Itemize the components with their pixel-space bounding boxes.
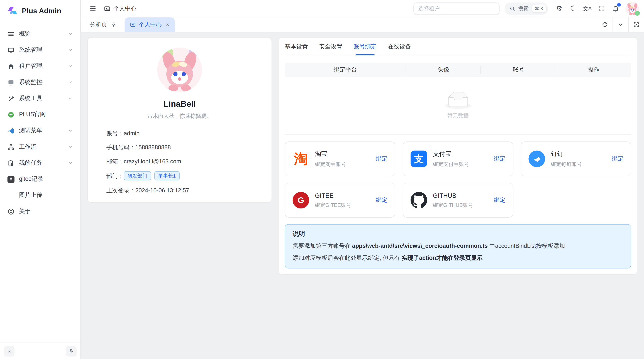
user-avatar[interactable] — [623, 2, 639, 15]
tab-label: 分析页 — [90, 21, 107, 28]
gear-icon: ⚙ — [556, 5, 562, 12]
app-name: Plus Admin — [22, 7, 61, 15]
sidebar-item-workflow[interactable]: 工作流 — [4, 139, 77, 154]
sidebar-item-label: 关于 — [19, 208, 30, 215]
profile-card: LinaBell 古木向人秋，惊蓬掠鬓稠。 账号： admin 手机号码： 15… — [87, 37, 272, 203]
tabbar: 分析页 个人中心 × — [81, 17, 644, 32]
id-card-icon — [104, 5, 110, 12]
sidebar-item-label: 我的任务 — [19, 159, 42, 167]
sidebar: Plus Admin 概览 系统管理 租户管理 — [0, 0, 81, 359]
sidebar-item-system-tools[interactable]: 系统工具 — [4, 91, 77, 106]
plus-admin-logo-icon — [6, 5, 18, 17]
global-search[interactable]: 搜索 ⌘ K — [504, 2, 548, 15]
sidebar-item-system-monitor[interactable]: 系统监控 — [4, 75, 77, 90]
pin-icon[interactable] — [111, 22, 116, 27]
search-icon — [509, 5, 515, 11]
plus-circle-icon — [8, 111, 14, 118]
field-value: 2024-10-06 13:12:57 — [136, 186, 189, 194]
field-label: 手机号码： — [106, 143, 136, 151]
provider-card-github: GITHUB 绑定GITHUB账号 绑定 — [403, 183, 513, 218]
chevron-down-icon — [68, 64, 73, 69]
column-header: 绑定平台 — [285, 66, 406, 74]
chevron-down-icon — [618, 21, 624, 28]
sidebar-item-system-management[interactable]: 系统管理 — [4, 42, 77, 57]
sidebar-item-gitee-record[interactable]: ¥ gitee记录 — [4, 172, 77, 186]
note-line-1: 需要添加第三方账号在 apps\web-antd\src\views\_core… — [293, 242, 624, 250]
chevron-down-icon — [68, 144, 73, 149]
sidebar-item-label: 图片上传 — [19, 191, 42, 199]
tab-security-settings[interactable]: 安全设置 — [319, 43, 342, 55]
breadcrumb[interactable]: 个人中心 — [104, 5, 137, 12]
provider-name: 淘宝 — [315, 150, 376, 158]
provider-meta: 支付宝 绑定支付宝账号 — [433, 150, 494, 168]
profile-avatar — [157, 47, 202, 92]
chevron-down-icon — [68, 31, 73, 36]
sitemap-icon — [8, 143, 14, 150]
display-icon — [8, 79, 14, 86]
chevron-down-icon — [68, 47, 73, 52]
refresh-button[interactable] — [597, 17, 612, 32]
sidebar-item-about[interactable]: 关于 — [4, 204, 77, 219]
notifications-button[interactable] — [609, 2, 622, 15]
bind-link[interactable]: 绑定 — [612, 155, 624, 163]
topbar: 个人中心 搜索 ⌘ K ⚙ ☾ 文A — [81, 0, 644, 17]
tab-basic-settings[interactable]: 基本设置 — [285, 43, 308, 55]
sidebar-toggle-button[interactable] — [86, 2, 99, 15]
fullscreen-icon — [598, 5, 605, 12]
empty-box-icon — [445, 92, 471, 109]
fullscreen-button[interactable] — [595, 2, 608, 15]
sidebar-item-label: gitee记录 — [19, 175, 43, 183]
bind-link[interactable]: 绑定 — [494, 196, 505, 204]
profile-account-row: 账号： admin — [106, 129, 253, 137]
tenant-select-input[interactable] — [413, 2, 499, 15]
maximize-button[interactable] — [628, 17, 644, 32]
settings-button[interactable]: ⚙ — [553, 2, 565, 15]
provider-meta: GITEE 绑定GITEE账号 — [315, 192, 376, 209]
sidebar-item-image-upload[interactable]: 图片上传 — [4, 188, 77, 203]
bind-link[interactable]: 绑定 — [376, 155, 388, 163]
tab-analysis[interactable]: 分析页 — [81, 17, 120, 32]
yen-glyph: ¥ — [8, 176, 14, 183]
collapse-icon: « — [8, 348, 11, 354]
bind-link[interactable]: 绑定 — [494, 155, 505, 163]
main-area: 个人中心 搜索 ⌘ K ⚙ ☾ 文A — [81, 0, 644, 359]
language-button[interactable]: 文A — [581, 2, 593, 15]
tab-personal-center[interactable]: 个人中心 × — [124, 17, 174, 32]
note-text: 添加对应模板后会在此处显示绑定, 但只有 — [293, 255, 402, 261]
alipay-logo-icon: 支 — [410, 151, 427, 167]
vscode-icon — [8, 127, 14, 134]
sidebar-item-label: 概览 — [19, 30, 30, 38]
app-logo: Plus Admin — [0, 0, 80, 21]
sidebar-item-my-tasks[interactable]: 我的任务 — [4, 156, 77, 170]
sidebar-item-test-menu[interactable]: 测试菜单 — [4, 123, 77, 138]
sidebar-item-tenant-management[interactable]: 租户管理 — [4, 59, 77, 74]
theme-toggle-button[interactable]: ☾ — [567, 2, 580, 15]
list-lines-icon — [8, 30, 14, 37]
profile-name: LinaBell — [106, 99, 253, 109]
note-title: 说明 — [293, 230, 624, 238]
provider-meta: 淘宝 绑定淘宝账号 — [315, 150, 376, 168]
provider-desc: 绑定支付宝账号 — [433, 161, 494, 168]
profile-details: 账号： admin 手机号码： 15888888888 邮箱： crazyLio… — [106, 129, 253, 195]
sidebar-item-overview[interactable]: 概览 — [4, 26, 77, 41]
tools-icon — [8, 95, 14, 102]
profile-dept-row: 部门： 研发部门 董事长1 — [106, 171, 253, 180]
bind-link[interactable]: 绑定 — [376, 196, 388, 204]
provider-name: GITEE — [315, 192, 376, 199]
tab-menu-button[interactable] — [612, 17, 628, 32]
field-label: 账号： — [106, 129, 124, 137]
empty-state: 暂无数据 — [285, 77, 631, 135]
content-area: LinaBell 古木向人秋，惊蓬掠鬓稠。 账号： admin 手机号码： 15… — [81, 32, 644, 359]
close-icon[interactable]: × — [166, 22, 169, 27]
search-shortcut-badge: ⌘ K — [532, 4, 546, 12]
sidebar-collapse-button[interactable]: « — [4, 346, 14, 356]
copyright-icon — [8, 208, 14, 215]
sidebar-pin-button[interactable] — [66, 346, 76, 356]
sidebar-item-plus-website[interactable]: PLUS官网 — [4, 107, 77, 122]
settings-panel: 基本设置 安全设置 账号绑定 在线设备 绑定平台 头像 账号 操作 — [278, 37, 638, 275]
tab-label: 个人中心 — [139, 21, 162, 28]
tab-online-devices[interactable]: 在线设备 — [388, 43, 411, 55]
sidebar-item-label: 工作流 — [19, 143, 36, 151]
chevron-down-icon — [68, 161, 73, 166]
tab-account-binding[interactable]: 账号绑定 — [354, 43, 377, 55]
